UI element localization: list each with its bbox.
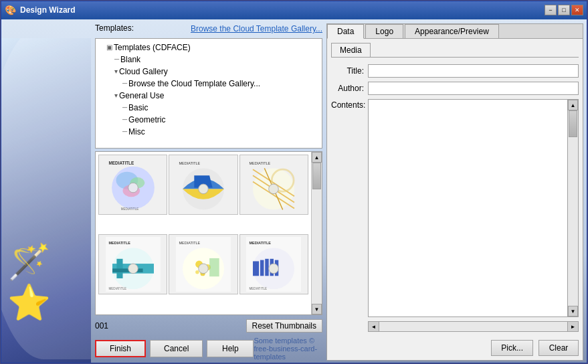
hscroll-track: [379, 322, 567, 331]
expand-icon: ─: [122, 114, 127, 126]
scroll-track: [312, 163, 322, 304]
star-wizard-icon: 🪄⭐: [7, 242, 91, 323]
contents-scroll-track: [568, 110, 578, 306]
tree-label: General Use: [119, 90, 164, 102]
templates-header: Templates: Browse the Cloud Template Gal…: [95, 23, 322, 34]
author-label: Author:: [331, 84, 368, 93]
tabs-row: Data Logo Appearance/Preview: [327, 24, 583, 39]
main-window: 🎨 Design Wizard − □ ✕ 🪄⭐ Templates: Bro: [0, 0, 588, 364]
thumbnails-area: MEDIATITLE MEDIATITLE: [95, 151, 322, 315]
svg-rect-41: [253, 261, 259, 276]
content-wrapper: Templates: Browse the Cloud Template Gal…: [91, 19, 587, 363]
bottom-buttons-row: Finish Cancel Help Some templates © free…: [95, 337, 322, 361]
tab-logo[interactable]: Logo: [365, 24, 403, 38]
cd-svg-3: MEDIATITLE: [246, 157, 301, 212]
tree-item-general-use[interactable]: ▾ General Use: [98, 90, 319, 102]
expand-icon: ─: [122, 126, 127, 138]
svg-point-46: [269, 264, 279, 274]
svg-text:MEDIATITLE: MEDIATITLE: [108, 161, 134, 165]
copyright-text: Some templates © free-business-card-temp…: [254, 337, 322, 361]
tree-item-templates[interactable]: ▣ Templates (CDFACE): [98, 41, 319, 54]
cloud-gallery-link[interactable]: Browse the Cloud Template Gallery...: [191, 24, 322, 33]
hscroll-right[interactable]: ►: [567, 322, 578, 331]
svg-point-37: [199, 264, 209, 274]
maximize-button[interactable]: □: [558, 5, 570, 15]
svg-text:MEDIATITLE: MEDIATITLE: [179, 161, 201, 165]
cd-svg-4: MEDIATITLE MEDIATITLE: [106, 237, 161, 292]
finish-button[interactable]: Finish: [95, 340, 146, 357]
left-panel: Templates: Browse the Cloud Template Gal…: [95, 23, 322, 361]
media-sub-tab[interactable]: Media: [331, 43, 371, 57]
tab-data[interactable]: Data: [327, 24, 364, 39]
contents-scroll-thumb[interactable]: [569, 110, 577, 137]
thumbnail-5[interactable]: MEDIATITLE: [169, 234, 237, 294]
svg-text:MEDIATITLE: MEDIATITLE: [120, 207, 138, 211]
thumbnails-scrollbar[interactable]: ▲ ▼: [311, 152, 322, 314]
scroll-up-arrow[interactable]: ▲: [312, 152, 322, 163]
right-bottom-buttons: Pick... Clear: [331, 340, 579, 356]
window-title: Design Wizard: [20, 5, 76, 15]
cd-svg-2: MEDIATITLE: [176, 157, 231, 212]
contents-scrollbar[interactable]: ▲ ▼: [568, 99, 579, 317]
expand-icon: ▾: [114, 90, 118, 102]
tree-item-cloud-gallery[interactable]: ▾ Cloud Gallery: [98, 66, 319, 78]
svg-point-6: [128, 183, 138, 193]
tree-item-basic[interactable]: ─ Basic: [98, 102, 319, 114]
thumbnails-grid: MEDIATITLE MEDIATITLE: [96, 152, 311, 314]
close-button[interactable]: ✕: [571, 5, 583, 15]
author-input[interactable]: [368, 82, 579, 95]
contents-textarea[interactable]: [368, 99, 568, 317]
svg-text:MEDIATITLE: MEDIATITLE: [179, 240, 201, 244]
expand-icon: ▣: [106, 41, 112, 54]
thumbnail-2[interactable]: MEDIATITLE: [169, 155, 237, 215]
hscroll-left[interactable]: ◄: [369, 322, 379, 331]
title-label: Title:: [331, 66, 368, 76]
contents-label: Contents:: [331, 99, 368, 110]
expand-icon: ▾: [114, 66, 118, 78]
pick-button[interactable]: Pick...: [491, 340, 533, 356]
svg-rect-36: [209, 258, 219, 276]
svg-point-35: [195, 270, 199, 274]
thumbnail-6[interactable]: MEDIATITLE MEDIATITLE: [239, 234, 308, 294]
thumbnail-3[interactable]: MEDIATITLE: [239, 155, 308, 215]
inner-content: 🪄⭐ Templates: Browse the Cloud Template …: [1, 19, 587, 363]
svg-text:MEDIATITLE: MEDIATITLE: [250, 240, 272, 244]
scroll-thumb[interactable]: [312, 163, 321, 189]
help-button[interactable]: Help: [207, 340, 254, 357]
scroll-down-arrow[interactable]: ▼: [312, 304, 322, 314]
minimize-button[interactable]: −: [545, 5, 557, 15]
page-number: 001: [95, 321, 108, 331]
tree-item-geometric[interactable]: ─ Geometric: [98, 114, 319, 126]
cancel-button[interactable]: Cancel: [150, 340, 203, 357]
cd-svg-6: MEDIATITLE MEDIATITLE: [246, 237, 301, 292]
svg-point-20: [269, 184, 279, 194]
cd-svg-5: MEDIATITLE: [176, 237, 231, 292]
panels-row: Templates: Browse the Cloud Template Gal…: [95, 23, 583, 361]
cd-svg-1: MEDIATITLE MEDIATITLE: [106, 157, 161, 212]
tree-label: Cloud Gallery: [119, 66, 168, 78]
author-row: Author:: [331, 82, 579, 95]
tree-label: Blank: [120, 54, 140, 66]
horizontal-scrollbar[interactable]: ◄ ►: [368, 321, 579, 332]
expand-icon: ─: [122, 78, 127, 90]
tree-item-browse-cloud[interactable]: ─ Browse the Cloud Template Gallery...: [98, 78, 319, 90]
contents-scroll-down[interactable]: ▼: [568, 306, 578, 316]
svg-text:MEDIATITLE: MEDIATITLE: [108, 287, 126, 290]
svg-point-28: [128, 264, 138, 274]
tree-item-misc[interactable]: ─ Misc: [98, 126, 319, 138]
thumbnail-1[interactable]: MEDIATITLE MEDIATITLE: [98, 155, 167, 215]
right-panel: Data Logo Appearance/Preview Media: [326, 23, 583, 361]
thumbnail-4[interactable]: MEDIATITLE MEDIATITLE: [98, 234, 167, 294]
clear-button[interactable]: Clear: [538, 340, 579, 356]
decorative-panel: 🪄⭐: [1, 38, 91, 363]
title-input[interactable]: [368, 64, 579, 78]
tree-label: Browse the Cloud Template Gallery...: [128, 78, 260, 90]
expand-icon: ─: [122, 102, 127, 114]
contents-scroll-up[interactable]: ▲: [568, 100, 578, 110]
thumbnails-bottom-bar: 001 Reset Thumbnails: [95, 318, 322, 334]
tab-content-data: Media Title: Author:: [327, 39, 583, 360]
reset-thumbnails-button[interactable]: Reset Thumbnails: [246, 319, 323, 333]
tree-item-blank[interactable]: ─ Blank: [98, 54, 319, 66]
template-tree[interactable]: ▣ Templates (CDFACE) ─ Blank ▾ Cloud Gal…: [95, 38, 322, 149]
tab-appearance[interactable]: Appearance/Preview: [405, 24, 499, 38]
